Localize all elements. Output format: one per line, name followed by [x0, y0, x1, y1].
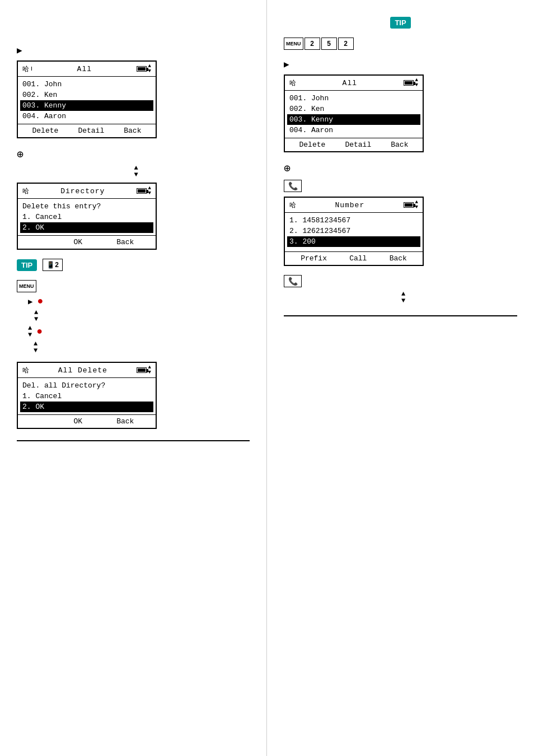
footer-ok-2: OK [74, 417, 83, 426]
updown-arrows-2: ▲ ▼ [148, 186, 151, 196]
updown-arrows-3: ▲ ▼ [148, 365, 151, 375]
tip-badge-left: TIP [17, 259, 37, 271]
del-all-prompt: Del. all Directory? [22, 380, 151, 391]
signal-icon-r1: 哈 [289, 78, 296, 88]
ok-option-2-selected: 2. OK [20, 402, 153, 412]
nav-right-icon: ▶ [28, 297, 32, 306]
r-num-item-1: 1. 14581234567 [289, 215, 418, 226]
call-button-icon: 📞 [284, 180, 302, 192]
left-screen-2: 哈 Directory ▲ ▼ Delete this entry? 1. Ca… [17, 183, 157, 250]
signal-icon-3: 哈 [22, 366, 29, 375]
battery-icon-2 [137, 188, 147, 194]
menu-key-icon: MENU [17, 280, 36, 292]
ok-option-selected: 2. OK [20, 222, 153, 233]
menu-key-seq: MENU [284, 38, 303, 50]
right-screen-1: 哈 All ▲ ▼ 001. John 002. Ken 003. Kenny [284, 74, 424, 152]
signal-icon-2: 哈 [22, 186, 29, 196]
key-2-seq: 2 [305, 38, 320, 50]
left-screen-3: 哈 All Delete ▲ ▼ Del. all Directory? 1. … [17, 362, 157, 429]
cancel-option: 1. Cancel [22, 212, 151, 222]
red-circle-1: ● [37, 296, 43, 307]
red-circle-2: ● [36, 326, 43, 337]
screen2-title: Directory [60, 187, 105, 195]
r-footer-delete: Delete [299, 141, 326, 149]
r-footer-back-2: Back [390, 254, 407, 263]
signal-bars: Ⅰ [31, 66, 32, 72]
list-item: 004. Aaron [22, 111, 151, 122]
battery-icon [137, 66, 147, 72]
r-list-item-3-selected: 003. Kenny [287, 114, 420, 125]
r-num-item-4 [289, 247, 418, 249]
footer-ok: OK [74, 238, 83, 246]
cancel-option-2: 1. Cancel [22, 391, 151, 402]
nav-crosshair-icon-2: ⊕ [284, 161, 291, 175]
key-sequence: MENU 2 5 2 [284, 38, 517, 50]
battery-icon-r1 [404, 80, 414, 86]
r-footer-call: Call [349, 254, 367, 263]
right-screen-2: 哈 Number ▲ ▼ 1. 14581234567 2. 126212345… [284, 197, 424, 266]
down-arrow-icon: ▼ [134, 171, 138, 178]
dn-arr-2: ▼ [28, 332, 32, 338]
r-screen2-title: Number [335, 201, 364, 209]
signal-icon-r2: 哈 [289, 200, 296, 210]
screen1-title: All [77, 65, 92, 73]
list-item: 001. John [22, 79, 151, 90]
left-screen-1: 哈 Ⅰ All ▲ ▼ 001. John 002. Ken [17, 60, 157, 138]
list-item-selected: 003. Kenny [20, 100, 153, 111]
r-footer-prefix: Prefix [301, 254, 327, 263]
footer-back-2: Back [116, 417, 134, 426]
r-screen1-title: All [343, 79, 357, 87]
battery-icon-r2 [404, 202, 414, 208]
arrow-right-icon-2: ▶ [284, 59, 289, 70]
down-arrow-icon-r: ▼ [401, 297, 405, 304]
tip-badge-right: TIP [390, 17, 410, 29]
signal-icon: 哈 [22, 64, 29, 74]
arrow-right-icon: ▶ [17, 45, 22, 56]
delete-prompt: Delete this entry? [22, 201, 151, 212]
nav-crosshair-icon: ⊕ [17, 147, 24, 161]
updown-arrows-r2: ▲ ▼ [415, 200, 418, 210]
battery-icon-3 [137, 367, 147, 373]
footer-btn-delete: Delete [32, 127, 59, 135]
r-footer-back: Back [391, 141, 408, 149]
footer-btn-detail: Detail [78, 127, 104, 135]
r-footer-detail: Detail [345, 141, 371, 149]
r-num-item-3-selected: 3. 200 [287, 236, 420, 247]
key-5-seq: 5 [321, 38, 337, 50]
r-list-item-2: 002. Ken [289, 104, 418, 114]
dn-arr-3: ▼ [34, 347, 38, 354]
r-num-item-2: 2. 12621234567 [289, 226, 418, 236]
footer-back: Back [116, 238, 134, 246]
key-2-seq-2: 2 [338, 38, 354, 50]
updown-arrows-1: ▲ ▼ [148, 64, 151, 74]
list-item: 002. Ken [22, 90, 151, 100]
footer-btn-back: Back [124, 127, 141, 135]
screen3-title: All Delete [58, 366, 107, 375]
dn-arr: ▼ [34, 316, 38, 323]
key-2-icon: 📱2 [43, 259, 63, 271]
updown-arrows-r1: ▲ ▼ [415, 78, 418, 88]
call-button-icon-2: 📞 [284, 275, 302, 287]
r-list-item-4: 004. Aaron [289, 125, 418, 136]
r-list-item-1: 001. John [289, 93, 418, 104]
